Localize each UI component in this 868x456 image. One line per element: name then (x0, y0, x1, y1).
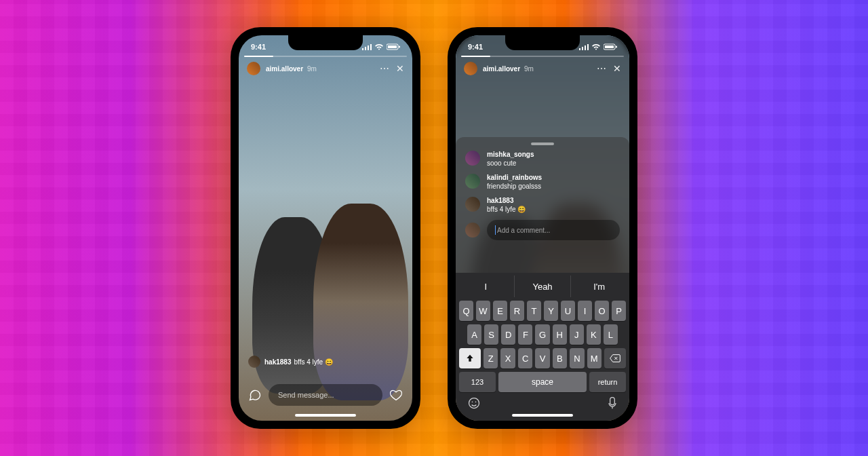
device-notch (505, 35, 580, 50)
key-l[interactable]: L (604, 324, 618, 345)
key-j[interactable]: J (570, 324, 584, 345)
status-time: 9:41 (251, 43, 266, 51)
keyboard: I Yeah I'm Q W E R T Y U I O P A (456, 273, 629, 421)
comment-username: mishka_songs (487, 151, 534, 158)
backspace-icon (610, 354, 620, 362)
commenter-text: bffs 4 lyfe 😄 (294, 358, 332, 366)
comment-placeholder: Add a comment... (497, 227, 550, 234)
self-avatar (465, 223, 480, 238)
message-placeholder: Send message... (278, 391, 334, 399)
comment-icon[interactable] (248, 388, 262, 402)
svg-rect-8 (582, 47, 583, 50)
key-e[interactable]: E (493, 301, 507, 321)
key-v[interactable]: V (535, 348, 549, 368)
numbers-key[interactable]: 123 (459, 372, 496, 392)
like-icon[interactable] (389, 388, 403, 402)
status-time: 9:41 (468, 43, 483, 51)
story-header: aimi.allover 9m ⋯ ✕ (239, 60, 412, 77)
key-o[interactable]: O (595, 301, 609, 321)
close-icon[interactable]: ✕ (396, 64, 404, 73)
story-timestamp: 9m (307, 65, 317, 73)
svg-rect-2 (368, 45, 369, 50)
mic-key[interactable] (607, 396, 618, 413)
comment-item[interactable]: hak1883 bffs 4 lyfe 😄 (465, 197, 620, 213)
story-progress (244, 56, 407, 57)
emoji-key[interactable] (467, 396, 481, 413)
key-h[interactable]: H (553, 324, 567, 345)
svg-rect-12 (605, 45, 614, 48)
key-t[interactable]: T (527, 301, 541, 321)
commenter-username: hak1883 (264, 358, 291, 366)
text-cursor (495, 225, 496, 235)
svg-rect-5 (388, 45, 397, 48)
svg-rect-13 (616, 46, 617, 48)
comment-username: kalindi_rainbows (487, 174, 542, 181)
key-g[interactable]: G (535, 324, 549, 345)
suggestion-key[interactable]: I'm (571, 276, 627, 297)
key-q[interactable]: Q (459, 301, 473, 321)
comment-item[interactable]: kalindi_rainbows friendship goalsss (465, 174, 620, 190)
comment-input[interactable]: Add a comment... (487, 220, 620, 240)
key-a[interactable]: A (467, 324, 481, 345)
keyboard-row-1: Q W E R T Y U I O P (459, 301, 626, 321)
comment-text: friendship goalsss (487, 183, 542, 190)
comment-sheet: mishka_songs sooo cute kalindi_rainbows … (456, 137, 629, 421)
key-r[interactable]: R (510, 301, 524, 321)
comment-avatar (465, 174, 480, 189)
home-indicator[interactable] (295, 414, 356, 417)
key-p[interactable]: P (612, 301, 626, 321)
comment-avatar (465, 197, 480, 212)
svg-rect-6 (399, 46, 400, 48)
comment-text: sooo cute (487, 159, 534, 167)
key-f[interactable]: F (518, 324, 532, 345)
comment-item[interactable]: mishka_songs sooo cute (465, 151, 620, 167)
key-c[interactable]: C (518, 348, 532, 368)
svg-rect-9 (585, 45, 586, 50)
status-icons (579, 43, 617, 50)
sheet-grabber[interactable] (531, 142, 554, 145)
home-indicator[interactable] (512, 414, 573, 417)
key-m[interactable]: M (587, 348, 601, 368)
more-icon[interactable]: ⋯ (380, 64, 389, 73)
key-k[interactable]: K (587, 324, 601, 345)
key-z[interactable]: Z (484, 348, 498, 368)
shift-key[interactable] (459, 348, 481, 368)
key-u[interactable]: U (561, 301, 575, 321)
key-x[interactable]: X (500, 348, 515, 368)
comment-input-row: Add a comment... (465, 220, 620, 240)
message-input[interactable]: Send message... (269, 384, 382, 406)
svg-point-15 (472, 402, 473, 403)
svg-point-14 (469, 398, 479, 408)
return-key[interactable]: return (589, 372, 626, 392)
commenter-avatar (248, 356, 260, 368)
key-i[interactable]: I (578, 301, 592, 321)
more-icon[interactable]: ⋯ (597, 64, 606, 73)
space-key[interactable]: space (498, 372, 587, 392)
battery-icon (604, 43, 617, 50)
key-d[interactable]: D (501, 324, 515, 345)
key-w[interactable]: W (476, 301, 490, 321)
svg-rect-7 (579, 48, 580, 50)
backspace-key[interactable] (604, 348, 626, 368)
key-s[interactable]: S (484, 324, 498, 345)
story-username[interactable]: aimi.allover (266, 65, 303, 73)
device-notch (288, 35, 363, 50)
phone-left: 9:41 aimi.allover 9m ⋯ ✕ h (231, 27, 420, 429)
status-icons (362, 43, 400, 50)
mic-icon (607, 396, 618, 410)
story-username[interactable]: aimi.allover (483, 65, 520, 73)
suggestion-key[interactable]: Yeah (515, 276, 572, 297)
story-user-avatar[interactable] (247, 62, 260, 75)
close-icon[interactable]: ✕ (613, 64, 621, 73)
comment-avatar (465, 151, 480, 166)
story-user-avatar[interactable] (464, 62, 477, 75)
phone-right: 9:41 aimi.allover 9m ⋯ ✕ (448, 27, 637, 429)
suggestion-key[interactable]: I (458, 276, 515, 297)
key-n[interactable]: N (570, 348, 584, 368)
svg-rect-3 (370, 44, 372, 50)
key-y[interactable]: Y (544, 301, 558, 321)
phone-screen: 9:41 aimi.allover 9m ⋯ ✕ h (239, 35, 412, 421)
key-b[interactable]: B (553, 348, 567, 368)
story-comment-overlay[interactable]: hak1883 bffs 4 lyfe 😄 (248, 356, 333, 368)
emoji-icon (467, 396, 481, 410)
